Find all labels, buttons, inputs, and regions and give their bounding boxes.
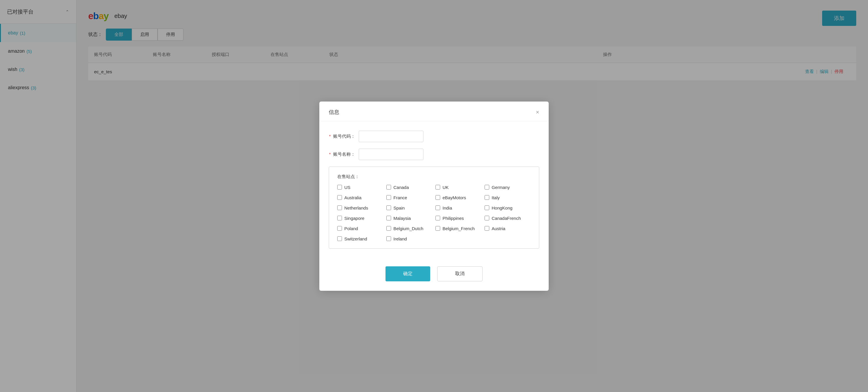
checkbox-australia[interactable]: [337, 195, 342, 200]
checkbox-item-netherlands[interactable]: Netherlands: [337, 205, 383, 211]
checkbox-switzerland[interactable]: [337, 236, 342, 241]
checkbox-austria[interactable]: [485, 226, 489, 231]
required-star-code: *: [329, 134, 331, 139]
checkbox-item-philippines[interactable]: Philippines: [435, 216, 482, 221]
checkbox-item-ebaymotors[interactable]: eBayMotors: [435, 195, 482, 200]
checkbox-grid: USCanadaUKGermanyAustraliaFranceeBayMoto…: [337, 185, 531, 241]
checkbox-item-poland[interactable]: Poland: [337, 226, 383, 231]
checkbox-item-uk[interactable]: UK: [435, 185, 482, 190]
checkbox-item-austria[interactable]: Austria: [485, 226, 531, 231]
checkbox-item-switzerland[interactable]: Switzerland: [337, 236, 383, 241]
checkbox-item-india[interactable]: India: [435, 205, 482, 211]
checkbox-label-singapore: Singapore: [344, 216, 364, 221]
checkbox-label-ebaymotors: eBayMotors: [442, 195, 466, 200]
form-row-name: * 账号名称：: [329, 149, 539, 160]
account-name-input[interactable]: [359, 149, 424, 160]
checkbox-belgium_french[interactable]: [435, 226, 440, 231]
checkbox-belgium_dutch[interactable]: [386, 226, 391, 231]
checkbox-item-canadafrench[interactable]: CanadaFrench: [485, 216, 531, 221]
checkbox-label-belgium_dutch: Belgium_Dutch: [394, 226, 424, 231]
checkbox-label-italy: Italy: [492, 195, 500, 200]
modal-overlay: 信息 × * 账号代码： * 账号名称： 在售站点：: [0, 0, 868, 392]
modal-header: 信息 ×: [319, 102, 549, 121]
checkbox-label-germany: Germany: [492, 185, 510, 190]
checkbox-label-netherlands: Netherlands: [344, 205, 368, 211]
checkbox-label-australia: Australia: [344, 195, 361, 200]
checkbox-germany[interactable]: [485, 185, 489, 190]
checkbox-label-poland: Poland: [344, 226, 358, 231]
checkbox-india[interactable]: [435, 205, 440, 210]
checkbox-item-singapore[interactable]: Singapore: [337, 216, 383, 221]
checkbox-singapore[interactable]: [337, 216, 342, 220]
sites-area: 在售站点： USCanadaUKGermanyAustraliaFranceeB…: [329, 167, 539, 249]
checkbox-netherlands[interactable]: [337, 205, 342, 210]
checkbox-label-uk: UK: [442, 185, 449, 190]
checkbox-ireland[interactable]: [386, 236, 391, 241]
checkbox-label-ireland: Ireland: [394, 236, 407, 241]
checkbox-label-philippines: Philippines: [442, 216, 464, 221]
checkbox-label-hongkong: HongKong: [492, 205, 513, 211]
checkbox-item-spain[interactable]: Spain: [386, 205, 433, 211]
checkbox-label-spain: Spain: [394, 205, 405, 211]
checkbox-item-hongkong[interactable]: HongKong: [485, 205, 531, 211]
modal-close-button[interactable]: ×: [536, 109, 539, 115]
checkbox-item-us[interactable]: US: [337, 185, 383, 190]
checkbox-label-us: US: [344, 185, 350, 190]
checkbox-label-france: France: [394, 195, 407, 200]
checkbox-canada[interactable]: [386, 185, 391, 190]
checkbox-malaysia[interactable]: [386, 216, 391, 220]
checkbox-item-italy[interactable]: Italy: [485, 195, 531, 200]
checkbox-ebaymotors[interactable]: [435, 195, 440, 200]
checkbox-label-india: India: [442, 205, 452, 211]
checkbox-item-france[interactable]: France: [386, 195, 433, 200]
form-label-code: * 账号代码：: [329, 134, 355, 139]
checkbox-philippines[interactable]: [435, 216, 440, 220]
checkbox-label-switzerland: Switzerland: [344, 236, 367, 241]
checkbox-item-ireland[interactable]: Ireland: [386, 236, 433, 241]
confirm-button[interactable]: 确定: [385, 266, 430, 281]
checkbox-item-belgium_dutch[interactable]: Belgium_Dutch: [386, 226, 433, 231]
sites-label: 在售站点：: [337, 174, 531, 179]
modal-footer: 确定 取消: [319, 264, 549, 291]
account-code-input[interactable]: [359, 131, 424, 142]
form-row-code: * 账号代码：: [329, 131, 539, 142]
checkbox-poland[interactable]: [337, 226, 342, 231]
checkbox-us[interactable]: [337, 185, 342, 190]
checkbox-canadafrench[interactable]: [485, 216, 489, 220]
checkbox-label-canada: Canada: [394, 185, 409, 190]
checkbox-hongkong[interactable]: [485, 205, 489, 210]
modal-body: * 账号代码： * 账号名称： 在售站点： USCanadaUKGermanyA…: [319, 121, 549, 264]
checkbox-item-australia[interactable]: Australia: [337, 195, 383, 200]
form-label-name: * 账号名称：: [329, 151, 355, 157]
checkbox-label-canadafrench: CanadaFrench: [492, 216, 521, 221]
checkbox-label-belgium_french: Belgium_French: [442, 226, 474, 231]
checkbox-item-malaysia[interactable]: Malaysia: [386, 216, 433, 221]
checkbox-item-belgium_french[interactable]: Belgium_French: [435, 226, 482, 231]
checkbox-item-canada[interactable]: Canada: [386, 185, 433, 190]
checkbox-france[interactable]: [386, 195, 391, 200]
checkbox-item-germany[interactable]: Germany: [485, 185, 531, 190]
required-star-name: *: [329, 151, 331, 157]
checkbox-label-austria: Austria: [492, 226, 505, 231]
checkbox-label-malaysia: Malaysia: [394, 216, 411, 221]
modal-title: 信息: [329, 109, 339, 116]
modal: 信息 × * 账号代码： * 账号名称： 在售站点：: [319, 102, 549, 291]
checkbox-spain[interactable]: [386, 205, 391, 210]
checkbox-italy[interactable]: [485, 195, 489, 200]
cancel-button[interactable]: 取消: [437, 266, 483, 281]
checkbox-uk[interactable]: [435, 185, 440, 190]
